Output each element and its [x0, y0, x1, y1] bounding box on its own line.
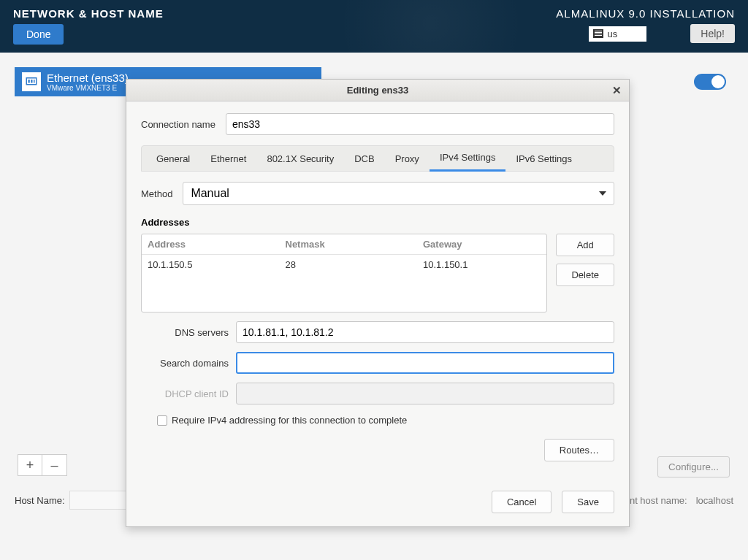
dns-label: DNS servers: [141, 327, 229, 338]
header-bar: NETWORK & HOST NAME Done ALMALINUX 9.0 I…: [0, 0, 748, 53]
chevron-down-icon: [599, 191, 606, 196]
current-hostname-value: localhost: [696, 495, 733, 506]
addresses-heading: Addresses: [141, 217, 614, 228]
cell-address: 10.1.150.5: [142, 255, 280, 275]
keyboard-layout-indicator[interactable]: us: [589, 26, 647, 42]
col-address: Address: [142, 234, 280, 254]
svg-rect-2: [31, 80, 32, 83]
done-button[interactable]: Done: [13, 24, 64, 45]
add-address-button[interactable]: Add: [556, 234, 614, 256]
dialog-title: Editing ens33: [347, 85, 409, 96]
device-subtitle: VMware VMXNET3 E: [47, 84, 129, 92]
remove-device-button[interactable]: –: [42, 454, 67, 476]
routes-button[interactable]: Routes…: [544, 439, 614, 461]
tab-proxy[interactable]: Proxy: [385, 145, 430, 172]
search-domains-label: Search domains: [141, 358, 229, 369]
device-name: Ethernet (ens33): [47, 72, 129, 84]
screen-title: NETWORK & HOST NAME: [13, 7, 164, 20]
dns-input[interactable]: [236, 321, 614, 343]
dhcp-client-id-input: [236, 383, 614, 404]
hostname-label: Host Name:: [15, 495, 65, 506]
close-icon[interactable]: ✕: [610, 84, 623, 97]
ethernet-icon: [22, 72, 41, 91]
connection-name-label: Connection name: [141, 119, 215, 130]
require-ipv4-label: Require IPv4 addressing for this connect…: [172, 415, 407, 426]
settings-tabs: General Ethernet 802.1X Security DCB Pro…: [141, 145, 614, 172]
product-title: ALMALINUX 9.0 INSTALLATION: [556, 7, 735, 20]
cell-gateway: 10.1.150.1: [417, 255, 546, 275]
tab-ipv6[interactable]: IPv6 Settings: [505, 145, 582, 172]
col-gateway: Gateway: [417, 234, 546, 254]
save-button[interactable]: Save: [562, 491, 614, 513]
method-select[interactable]: Manual: [183, 182, 614, 205]
add-device-button[interactable]: +: [18, 454, 42, 476]
cancel-button[interactable]: Cancel: [492, 491, 552, 513]
tab-ethernet[interactable]: Ethernet: [200, 145, 256, 172]
connection-name-input[interactable]: [226, 113, 614, 135]
table-row[interactable]: 10.1.150.5 28 10.1.150.1: [142, 255, 546, 275]
cell-netmask: 28: [280, 255, 418, 275]
dhcp-client-id-label: DHCP client ID: [141, 388, 229, 399]
search-domains-input[interactable]: [236, 352, 614, 374]
connection-toggle[interactable]: [694, 74, 726, 90]
edit-connection-dialog: Editing ens33 ✕ Connection name General …: [126, 79, 630, 527]
help-button[interactable]: Help!: [690, 24, 735, 43]
dialog-title-bar: Editing ens33 ✕: [126, 80, 629, 101]
svg-rect-1: [28, 80, 30, 83]
tab-general[interactable]: General: [146, 145, 200, 172]
delete-address-button[interactable]: Delete: [556, 264, 614, 286]
addresses-table[interactable]: Address Netmask Gateway 10.1.150.5 28 10…: [141, 234, 547, 312]
svg-rect-3: [34, 80, 35, 83]
col-netmask: Netmask: [280, 234, 418, 254]
configure-button[interactable]: Configure...: [657, 456, 730, 477]
require-ipv4-checkbox[interactable]: [157, 415, 167, 426]
tab-dcb[interactable]: DCB: [344, 145, 384, 172]
method-label: Method: [141, 188, 172, 199]
method-value: Manual: [191, 187, 229, 200]
keyboard-icon: [593, 29, 603, 38]
keyboard-layout-value: us: [608, 28, 618, 39]
tab-8021x[interactable]: 802.1X Security: [256, 145, 344, 172]
tab-ipv4[interactable]: IPv4 Settings: [430, 145, 506, 172]
require-ipv4-row[interactable]: Require IPv4 addressing for this connect…: [157, 415, 614, 426]
